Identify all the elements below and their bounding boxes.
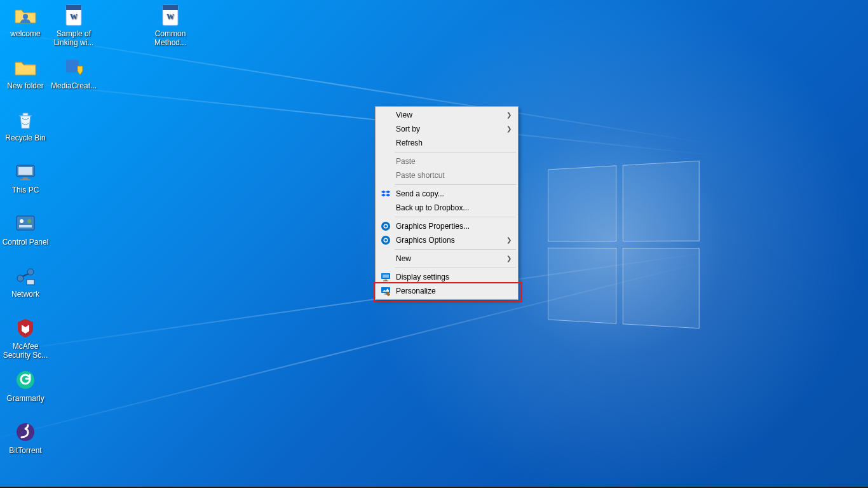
bittorrent-icon <box>13 419 38 445</box>
svg-text:W: W <box>166 12 174 21</box>
desktop-icon-label: Grammarly <box>1 394 50 403</box>
context-menu-item-sort-by[interactable]: Sort by❯ <box>377 122 517 136</box>
desktop-context-menu: View❯Sort by❯RefreshPastePaste shortcutS… <box>375 106 519 300</box>
svg-rect-29 <box>384 280 387 281</box>
context-menu-item-personalize[interactable]: Personalize <box>377 284 517 298</box>
submenu-arrow-icon: ❯ <box>506 108 512 122</box>
mcafee-icon <box>13 315 38 341</box>
context-menu-item-label: Graphics Options <box>396 236 455 245</box>
desktop-icon-network[interactable]: Network <box>1 263 50 299</box>
desktop-icon-label: McAfee Security Sc... <box>1 342 50 360</box>
submenu-arrow-icon: ❯ <box>506 252 512 266</box>
context-menu-item-label: Paste <box>396 157 416 166</box>
svg-rect-31 <box>381 287 390 293</box>
context-menu-item-refresh[interactable]: Refresh <box>377 136 517 150</box>
decor-ray <box>0 250 723 357</box>
context-menu-item-gfx-props[interactable]: Graphics Properties... <box>377 219 517 233</box>
svg-rect-11 <box>20 179 31 180</box>
desktop-background[interactable]: welcomeWSample of Linking wi...WCommon M… <box>0 0 868 488</box>
svg-rect-9 <box>18 167 32 175</box>
context-menu-item-label: Sort by <box>396 125 420 133</box>
context-menu-item-new[interactable]: New❯ <box>377 252 517 266</box>
desktop-icon-welcome[interactable]: welcome <box>1 3 50 38</box>
grammarly-icon <box>13 367 38 393</box>
svg-rect-18 <box>27 280 34 285</box>
recycle-icon <box>13 107 38 132</box>
word-doc-icon: W <box>158 3 183 28</box>
desktop-icon-label: Network <box>1 290 50 299</box>
context-menu-item-view[interactable]: View❯ <box>377 108 517 122</box>
svg-rect-30 <box>383 281 388 281</box>
context-menu-item-label: Graphics Properties... <box>396 222 470 231</box>
svg-rect-5 <box>163 5 178 10</box>
context-menu-separator <box>395 184 516 185</box>
svg-point-14 <box>27 219 31 223</box>
svg-rect-32 <box>384 294 387 295</box>
intel-icon <box>381 235 391 245</box>
desktop-icon-label: Common Method... <box>146 29 194 47</box>
svg-rect-2 <box>66 5 81 10</box>
desktop-icon-label: This PC <box>1 186 50 194</box>
submenu-arrow-icon: ❯ <box>506 122 512 136</box>
desktop-icon-new-folder[interactable]: New folder <box>1 55 50 90</box>
svg-point-23 <box>384 225 387 227</box>
desktop-icon-label: welcome <box>1 29 50 38</box>
desktop-icon-label: Control Panel <box>1 238 50 247</box>
context-menu-item-label: Display settings <box>396 273 449 281</box>
context-menu-item-label: Personalize <box>396 287 436 295</box>
context-menu-item-label: Send a copy... <box>396 189 444 198</box>
svg-point-19 <box>17 371 34 389</box>
svg-point-13 <box>20 219 24 223</box>
svg-point-20 <box>17 423 34 441</box>
desktop-icon-label: MediaCreat... <box>50 81 98 90</box>
svg-point-26 <box>384 239 387 241</box>
desktop-icon-label: Recycle Bin <box>1 133 50 142</box>
display-icon <box>381 272 391 282</box>
desktop-icon-mcafee[interactable]: McAfee Security Sc... <box>1 315 50 360</box>
context-menu-item-label: New <box>396 254 411 263</box>
desktop-icon-mediacreat[interactable]: MediaCreat... <box>50 55 98 90</box>
word-doc-icon: W <box>61 3 86 28</box>
decor-ray <box>0 25 721 146</box>
svg-rect-10 <box>23 177 28 179</box>
this-pc-icon <box>13 159 38 184</box>
context-menu-item-gfx-options[interactable]: Graphics Options❯ <box>377 233 517 247</box>
desktop-icon-label: New folder <box>1 81 50 90</box>
desktop-icon-label: BitTorrent <box>1 446 50 455</box>
context-menu-separator <box>395 152 516 152</box>
desktop-icon-this-pc[interactable]: This PC <box>1 159 50 194</box>
context-menu-separator <box>395 268 516 268</box>
folder-icon <box>13 55 38 80</box>
intel-icon <box>381 221 391 231</box>
svg-rect-12 <box>17 216 34 230</box>
context-menu-item-backup-dropbox[interactable]: Back up to Dropbox... <box>377 201 517 215</box>
network-icon <box>13 263 38 288</box>
dropbox-icon <box>381 189 391 199</box>
app-shield-icon <box>61 55 86 80</box>
desktop-icon-common-method[interactable]: WCommon Method... <box>146 3 194 47</box>
context-menu-separator <box>395 217 516 217</box>
svg-rect-15 <box>19 225 32 227</box>
context-menu-separator <box>395 249 516 250</box>
context-menu-item-label: Paste shortcut <box>396 171 445 180</box>
context-menu-item-label: View <box>396 111 412 119</box>
context-menu-item-display-settings[interactable]: Display settings <box>377 270 517 284</box>
desktop-icon-grammarly[interactable]: Grammarly <box>1 367 50 403</box>
decor-ray <box>0 261 709 446</box>
personalize-icon <box>381 286 391 296</box>
context-menu-item-paste-shortcut: Paste shortcut <box>377 168 517 182</box>
context-menu-item-label: Refresh <box>396 139 423 147</box>
folder-user-icon <box>13 3 38 28</box>
context-menu-item-send-a-copy[interactable]: Send a copy... <box>377 187 517 201</box>
context-menu-item-paste: Paste <box>377 154 517 168</box>
svg-rect-7 <box>66 60 79 72</box>
svg-point-0 <box>23 14 28 19</box>
control-panel-icon <box>13 211 38 236</box>
desktop-icon-sample-linking[interactable]: WSample of Linking wi... <box>50 3 98 47</box>
svg-rect-28 <box>383 274 389 278</box>
desktop-icon-bittorrent[interactable]: BitTorrent <box>1 419 50 455</box>
desktop-icon-label: Sample of Linking wi... <box>50 29 98 47</box>
desktop-icon-control-panel[interactable]: Control Panel <box>1 211 50 247</box>
windows-logo <box>548 161 699 329</box>
desktop-icon-recycle-bin[interactable]: Recycle Bin <box>1 107 50 142</box>
